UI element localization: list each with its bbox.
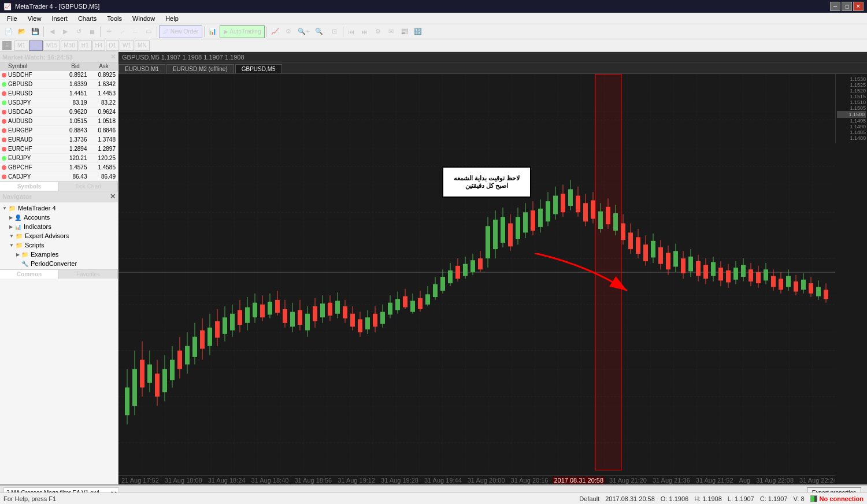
row-symbol: USDCAD bbox=[8, 109, 61, 115]
row-ask: 1.4585 bbox=[90, 164, 118, 171]
nav-label-ea: Expert Advisors bbox=[25, 232, 69, 239]
new-order-button[interactable]: 🖊 New Order bbox=[159, 25, 202, 38]
svg-rect-95 bbox=[440, 277, 445, 291]
tb-back[interactable]: ◀ bbox=[46, 25, 58, 38]
tb-calc[interactable]: 🔢 bbox=[412, 25, 424, 38]
tf-m1[interactable]: M1 bbox=[14, 40, 28, 51]
tab-tick-chart[interactable]: Tick Chart bbox=[59, 182, 118, 191]
tb-full[interactable]: ⊡ bbox=[328, 25, 341, 38]
row-dot bbox=[2, 165, 6, 170]
tf-m5[interactable]: M5 bbox=[29, 40, 43, 51]
row-ask: 0.8925 bbox=[90, 72, 118, 78]
tb-save[interactable]: 💾 bbox=[29, 25, 42, 38]
tb-mail[interactable]: ✉ bbox=[385, 25, 398, 38]
tf-w1[interactable]: W1 bbox=[120, 40, 134, 51]
tab-favorites[interactable]: Favorites bbox=[59, 270, 118, 279]
nav-item-ea[interactable]: ▼ 📁 Expert Advisors bbox=[1, 231, 117, 240]
tb-template[interactable]: ⚙ bbox=[282, 25, 295, 38]
menu-file[interactable]: File bbox=[2, 14, 22, 23]
tb-prev[interactable]: ⏮ bbox=[345, 25, 358, 38]
minimize-button[interactable]: ─ bbox=[830, 2, 840, 11]
navigator-tree: ▼ 📁 MetaTrader 4 ▶ 👤 Accounts ▶ 📊 Indica… bbox=[0, 202, 118, 269]
svg-rect-73 bbox=[358, 319, 362, 332]
menu-tools[interactable]: Tools bbox=[102, 14, 127, 23]
market-watch-row[interactable]: USDCHF 0.8921 0.8925 bbox=[0, 71, 118, 80]
close-button[interactable]: ✕ bbox=[853, 2, 864, 11]
restore-button[interactable]: ◻ bbox=[842, 2, 852, 11]
tb-line[interactable]: ⟋ bbox=[116, 25, 128, 38]
nav-item-scripts[interactable]: ▼ 📁 Scripts bbox=[1, 240, 117, 250]
svg-rect-117 bbox=[523, 212, 528, 232]
tf-m15[interactable]: M15 bbox=[43, 40, 60, 51]
row-ask: 1.4453 bbox=[90, 90, 118, 97]
tab-symbols[interactable]: Symbols bbox=[0, 182, 59, 191]
time-2: 31 Aug 18:08 bbox=[165, 477, 202, 484]
tb-zoomout[interactable]: 🔍- bbox=[313, 25, 328, 38]
row-ask: 1.3748 bbox=[90, 136, 118, 143]
tab-common[interactable]: Common bbox=[0, 270, 59, 279]
menu-insert[interactable]: Insert bbox=[47, 14, 72, 23]
market-watch-row[interactable]: CADJPY 86.43 86.49 bbox=[0, 172, 118, 181]
nav-item-examples[interactable]: ▶ 📁 Examples bbox=[1, 250, 117, 259]
tb-new[interactable]: 📄 bbox=[2, 25, 15, 38]
tb-open[interactable]: 📂 bbox=[16, 25, 28, 38]
tf-handle[interactable]: ⠿ bbox=[2, 41, 12, 50]
expand-icon-examples: ▶ bbox=[16, 252, 20, 257]
tb-forward[interactable]: ▶ bbox=[59, 25, 72, 38]
tb-next[interactable]: ⏭ bbox=[358, 25, 371, 38]
chart-tab-eurusd-m2[interactable]: EURUSD,M2 (offline) bbox=[166, 64, 234, 73]
tb-props[interactable]: ⚙ bbox=[372, 25, 384, 38]
tb-stop[interactable]: ⏹ bbox=[86, 25, 98, 38]
menu-view[interactable]: View bbox=[23, 14, 46, 23]
svg-rect-89 bbox=[418, 298, 423, 309]
menu-help[interactable]: Help bbox=[161, 14, 183, 23]
svg-rect-57 bbox=[298, 310, 302, 325]
tf-h4[interactable]: H4 bbox=[92, 40, 106, 51]
chart-tab-eurusd-m1[interactable]: EURUSD,M1 bbox=[118, 64, 165, 73]
tb-chart[interactable]: 📊 bbox=[206, 25, 219, 38]
market-watch-close[interactable]: ✕ bbox=[110, 53, 116, 61]
tf-m30[interactable]: M30 bbox=[61, 40, 77, 51]
tb-news[interactable]: 📰 bbox=[398, 25, 411, 38]
tf-d1[interactable]: D1 bbox=[106, 40, 119, 51]
tb-reload[interactable]: ↺ bbox=[72, 25, 85, 38]
tf-h1[interactable]: H1 bbox=[79, 40, 92, 51]
nav-item-indicators[interactable]: ▶ 📊 Indicators bbox=[1, 222, 117, 231]
row-symbol: AUDUSD bbox=[8, 118, 61, 124]
market-watch-row[interactable]: AUDUSD 1.0515 1.0518 bbox=[0, 117, 118, 126]
tb-hline[interactable]: ─ bbox=[129, 25, 142, 38]
examples-icon: 📁 bbox=[21, 250, 29, 258]
tb-crosshair[interactable]: ✛ bbox=[102, 25, 115, 38]
navigator-close[interactable]: ✕ bbox=[110, 192, 116, 201]
chart-tab-gbpusd-m5[interactable]: GBPUSD,M5 bbox=[235, 64, 282, 73]
market-watch-row[interactable]: EURUSD 1.4451 1.4453 bbox=[0, 89, 118, 98]
row-symbol: EURJPY bbox=[8, 155, 61, 161]
main-content: Market Watch: 16:24:53 ✕ Symbol Bid Ask … bbox=[0, 52, 867, 484]
menu-charts[interactable]: Charts bbox=[73, 14, 101, 23]
market-watch-row[interactable]: GBPUSD 1.6339 1.6342 bbox=[0, 80, 118, 89]
market-watch-row[interactable]: USDJPY 83.19 83.22 bbox=[0, 98, 118, 108]
tb-rect[interactable]: ▭ bbox=[142, 25, 155, 38]
menu-window[interactable]: Window bbox=[128, 14, 160, 23]
nav-item-mt4[interactable]: ▼ 📁 MetaTrader 4 bbox=[1, 203, 117, 213]
nav-item-period-converter[interactable]: ▶ 🔧 PeriodConverter bbox=[1, 259, 117, 268]
time-15: 31 Aug 22:08 bbox=[756, 477, 794, 484]
autotrading-button[interactable]: ▶ AutoTrading bbox=[220, 25, 265, 38]
chart-header-text: GBPUSD,M5 1.1907 1.1908 1.1907 1.1908 bbox=[122, 54, 244, 61]
time-16: 31 Aug 22:24 bbox=[799, 477, 835, 484]
tb-indicators[interactable]: 📈 bbox=[269, 25, 281, 38]
svg-rect-19 bbox=[155, 373, 160, 396]
market-watch-row[interactable]: EURGBP 0.8843 0.8846 bbox=[0, 126, 118, 135]
market-watch-row[interactable]: EURAUD 1.3736 1.3748 bbox=[0, 135, 118, 144]
market-watch-row[interactable]: GBPCHF 1.4575 1.4585 bbox=[0, 163, 118, 172]
nav-item-accounts[interactable]: ▶ 👤 Accounts bbox=[1, 213, 117, 222]
market-watch-row[interactable]: EURCHF 1.2894 1.2897 bbox=[0, 144, 118, 154]
market-watch-tabs: Symbols Tick Chart bbox=[0, 181, 118, 191]
market-watch-row[interactable]: USDCAD 0.9620 0.9624 bbox=[0, 108, 118, 117]
time-6: 31 Aug 19:12 bbox=[338, 477, 375, 484]
tf-mn[interactable]: MN bbox=[135, 40, 150, 51]
tb-zoomin[interactable]: 🔍+ bbox=[295, 25, 312, 38]
nav-label-mt4: MetaTrader 4 bbox=[18, 205, 56, 212]
svg-rect-192 bbox=[801, 280, 806, 290]
market-watch-row[interactable]: EURJPY 120.21 120.25 bbox=[0, 154, 118, 163]
